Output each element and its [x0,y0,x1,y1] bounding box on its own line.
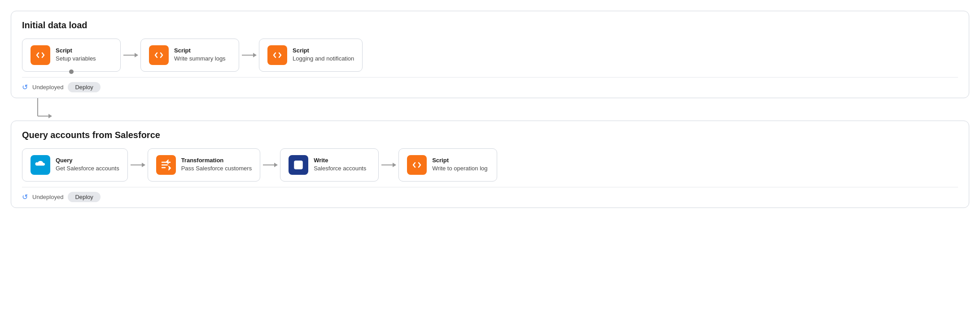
start-dot-1 [69,69,74,74]
node-write-salesforce[interactable]: Write Salesforce accounts [280,148,379,182]
script-icon-2 [149,45,169,65]
salesforce-icon [31,155,50,175]
node-label-5: Pass Salesforce customers [181,164,252,173]
node-label-6: Salesforce accounts [314,164,366,173]
node-transformation[interactable]: Transformation Pass Salesforce customers [148,148,261,182]
node-label-1: Setup variables [56,55,96,63]
undeployed-icon-2: ↺ [22,193,28,201]
node-write-op-log[interactable]: Script Write to operation log [398,148,497,182]
group-title-2: Query accounts from Salesforce [22,130,958,140]
node-wrapper-1: Script Setup variables [22,39,121,72]
write-icon [289,155,308,175]
deploy-button-1[interactable]: Deploy [68,82,100,92]
svg-marker-2 [48,114,52,118]
node-type-3: Script [293,47,354,55]
node-label-7: Write to operation log [432,164,487,173]
script-icon-1 [31,45,50,65]
arrow-4 [263,164,277,165]
undeployed-icon-1: ↺ [22,83,28,91]
pipeline-nodes-2: Query Get Salesforce accounts [22,148,958,182]
node-type-5: Transformation [181,157,252,164]
arrow-3 [131,164,145,165]
pipeline-nodes-1: Script Setup variables Script [22,39,958,72]
node-logging[interactable]: Script Logging and notification [259,39,363,72]
node-type-7: Script [432,157,487,164]
script-icon-4 [407,155,427,175]
node-label-4: Get Salesforce accounts [56,164,119,173]
node-type-1: Script [56,47,96,55]
pipeline-canvas: Initial data load Script Setup variables [11,11,969,208]
node-label-3: Logging and notification [293,55,354,63]
arrow-2 [242,55,256,56]
pipeline-footer-1: ↺ Undeployed Deploy [22,77,958,98]
node-setup-vars[interactable]: Script Setup variables [22,39,121,72]
group-title-1: Initial data load [22,20,958,30]
pipeline-footer-2: ↺ Undeployed Deploy [22,187,958,208]
deploy-button-2[interactable]: Deploy [68,192,100,202]
arrow-line-5 [381,164,396,165]
node-type-2: Script [174,47,226,55]
node-type-4: Query [56,157,119,164]
arrow-line-4 [263,164,277,165]
script-icon-3 [267,45,287,65]
arrow-5 [381,164,396,165]
arrow-line-3 [131,164,145,165]
status-text-2: Undeployed [32,194,63,200]
group-connector [37,98,50,121]
arrow-line-2 [242,55,256,56]
pipeline-group-initial-data-load: Initial data load Script Setup variables [11,11,969,98]
arrow-line-1 [123,55,138,56]
pipeline-group-salesforce: Query accounts from Salesforce Query Get… [11,121,969,208]
transformation-icon [156,155,176,175]
node-type-6: Write [314,157,366,164]
node-write-summary[interactable]: Script Write summary logs [140,39,239,72]
node-label-2: Write summary logs [174,55,226,63]
node-query-salesforce[interactable]: Query Get Salesforce accounts [22,148,128,182]
svg-point-4 [297,164,300,166]
connector-svg [37,98,52,121]
arrow-1 [123,55,138,56]
status-text-1: Undeployed [32,84,63,91]
